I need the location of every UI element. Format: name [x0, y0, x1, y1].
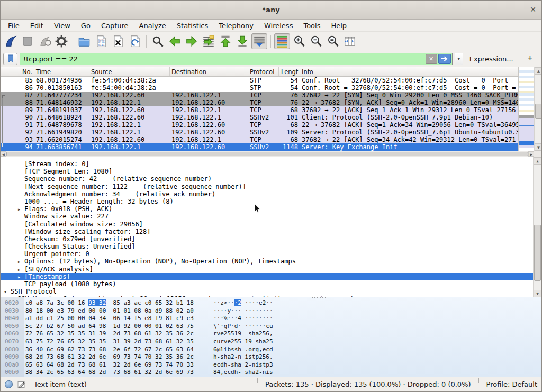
expand-arrow-icon[interactable]: ▸	[17, 258, 24, 265]
detail-item[interactable]: TCP payload (1080 bytes)	[1, 280, 534, 288]
capture-options-button[interactable]	[53, 33, 69, 49]
go-forward-button[interactable]	[184, 33, 200, 49]
find-packet-button[interactable]	[150, 33, 166, 49]
detail-item[interactable]: Checksum: 0x79ed [unverified]	[1, 235, 534, 243]
scroll-track[interactable]	[534, 165, 541, 290]
menu-tools[interactable]: Tools	[298, 21, 326, 31]
detail-item[interactable]: ▸[SEQ/ACK analysis]	[1, 266, 534, 273]
colorize-button[interactable]	[274, 33, 290, 49]
go-last-button[interactable]	[234, 33, 250, 49]
menu-telephony[interactable]: Telephony	[213, 21, 259, 31]
detail-item[interactable]: ▸Options: (12 bytes), No-Operation (NOP)…	[1, 258, 534, 265]
expression-button[interactable]: Expression...	[465, 55, 518, 63]
detail-item[interactable]: [Checksum Status: Unverified]	[1, 243, 534, 250]
menu-capture[interactable]: Capture	[96, 21, 134, 31]
splitter-handle[interactable]	[312, 297, 326, 298]
menu-go[interactable]: Go	[76, 21, 96, 31]
hscroll-thumb[interactable]	[6, 152, 528, 156]
go-first-button[interactable]	[218, 33, 233, 49]
scroll-up-icon[interactable]: ▲	[535, 67, 542, 75]
packet-row-94[interactable]: 9471.663856741192.168.122.1192.168.122.6…	[1, 143, 518, 151]
hex-row-0090[interactable]: 009068 2d 73 68 61 32 2d 6e 69 73 74 70 …	[1, 353, 541, 361]
go-back-button[interactable]	[167, 33, 183, 49]
packet-row-92[interactable]: 9271.661949820192.168.122.1192.168.122.6…	[1, 129, 518, 136]
scroll-right-icon[interactable]: ▶	[528, 151, 534, 157]
menu-statistics[interactable]: Statistics	[171, 21, 213, 31]
expand-arrow-icon[interactable]: ▸	[17, 274, 24, 280]
close-file-button[interactable]	[110, 33, 126, 49]
scroll-thumb[interactable]	[535, 104, 542, 120]
expand-arrow-icon[interactable]: ▸	[17, 206, 24, 213]
packet-row-90[interactable]: 9071.648618924192.168.122.60192.168.122.…	[1, 114, 518, 121]
expand-arrow-icon[interactable]: ▸	[17, 266, 24, 273]
menu-analyze[interactable]: Analyze	[134, 21, 171, 31]
menu-edit[interactable]: Edit	[25, 21, 49, 31]
detail-item[interactable]: [TCP Segment Len: 1080]	[1, 168, 534, 175]
packet-row-87[interactable]: 8771.647777234192.168.122.60192.168.122.…	[1, 92, 518, 99]
filter-clear-button[interactable]: ✕	[426, 54, 437, 64]
hex-row-0060[interactable]: 006072 76 65 32 35 35 31 39 2d 73 68 61 …	[1, 330, 541, 338]
reload-file-button[interactable]	[127, 33, 143, 49]
hex-row-0030[interactable]: 003080 18 00 e3 79 ed 00 00 01 01 08 0a …	[1, 307, 541, 315]
detail-item[interactable]: [Stream index: 0]	[1, 160, 534, 168]
zoom-original-button[interactable]	[325, 33, 341, 49]
scroll-thumb[interactable]	[534, 225, 541, 281]
scroll-left-icon[interactable]: ◀	[1, 151, 6, 157]
menu-wireless[interactable]: Wireless	[259, 21, 298, 31]
collapse-arrow-icon[interactable]: ▾	[4, 288, 11, 295]
detail-item[interactable]: Window size value: 227	[1, 213, 534, 220]
auto-scroll-button[interactable]	[251, 33, 267, 49]
hex-row-0070[interactable]: 007063 75 72 76 65 32 35 35 31 39 2d 73 …	[1, 338, 541, 346]
packet-list-minimap[interactable]	[518, 67, 534, 151]
menu-view[interactable]: View	[49, 21, 76, 31]
stop-capture-button[interactable]	[20, 33, 35, 49]
packet-row-88[interactable]: 8871.648146932192.168.122.1192.168.122.6…	[1, 99, 518, 106]
status-profile[interactable]: Profile: Default	[478, 378, 537, 390]
detail-item[interactable]: 1000 .... = Header Length: 32 bytes (8)	[1, 198, 534, 205]
expert-info-icon[interactable]	[5, 380, 13, 388]
detail-item[interactable]: Acknowledgment number: 34 (relative ack …	[1, 190, 534, 198]
column-header-info[interactable]: Info	[299, 67, 518, 76]
hex-row-00b0[interactable]: 00b038 34 2c 65 63 64 68 2d 73 68 61 32 …	[1, 369, 541, 377]
hex-row-0040[interactable]: 0040a1 dd c1 25 00 00 04 34 06 14 f5 e8 …	[1, 315, 541, 323]
open-file-button[interactable]	[76, 33, 92, 49]
capture-comment-icon[interactable]	[17, 380, 25, 389]
packet-list-scrollbar[interactable]: ▲ ▼	[534, 67, 542, 151]
detail-item[interactable]: [Next sequence number: 1122 (relative se…	[1, 183, 534, 190]
filter-history-dropdown[interactable]: ▾	[455, 53, 463, 65]
details-scrollbar[interactable]: ▲ ▼	[533, 157, 541, 297]
packet-row-86[interactable]: 8670.013850163fe:54:00:d4:38:2aSTP54Conf…	[1, 84, 518, 92]
detail-item[interactable]: ▸[Timestamps]	[1, 273, 534, 280]
scroll-up-icon[interactable]: ▲	[534, 157, 541, 165]
filter-apply-button[interactable]	[438, 54, 451, 64]
detail-item[interactable]: [Calculated window size: 29056]	[1, 221, 534, 228]
packet-row-91[interactable]: 9171.648789678192.168.122.1192.168.122.6…	[1, 121, 518, 129]
menu-help[interactable]: Help	[326, 21, 352, 31]
display-filter-input[interactable]	[20, 55, 426, 63]
column-header-no[interactable]: No.	[1, 67, 34, 76]
start-capture-button[interactable]	[3, 33, 19, 49]
detail-item[interactable]: Sequence number: 42 (relative sequence n…	[1, 175, 534, 183]
restart-capture-button[interactable]	[37, 33, 52, 49]
scroll-down-icon[interactable]: ▼	[535, 143, 542, 151]
detail-item[interactable]: ▾SSH Protocol	[1, 288, 534, 295]
scroll-track[interactable]	[535, 75, 542, 143]
scroll-down-icon[interactable]: ▼	[534, 290, 541, 297]
column-header-protocol[interactable]: Protocol	[248, 67, 279, 76]
column-header-time[interactable]: Time	[34, 67, 89, 76]
save-file-button[interactable]: 010101100111	[93, 33, 109, 49]
filter-bookmarks-button[interactable]	[3, 53, 17, 65]
hex-row-0080[interactable]: 008036 40 6c 69 62 73 73 68 2e 6f 72 67 …	[1, 346, 541, 354]
hex-row-0020[interactable]: 0020c0 a8 7a 3c 00 16 93 32 85 a3 ac c0 …	[1, 299, 541, 307]
zoom-out-button[interactable]	[308, 33, 324, 49]
column-header-source[interactable]: Source	[89, 67, 170, 76]
close-button[interactable]: ✕	[530, 5, 536, 14]
add-filter-button[interactable]: +	[522, 53, 539, 64]
detail-item[interactable]: Urgent pointer: 0	[1, 250, 534, 258]
column-header-destination[interactable]: Destination	[170, 67, 248, 76]
packet-list-hscrollbar[interactable]: ◀ ▶	[1, 151, 534, 157]
hex-row-0050[interactable]: 00505c 27 b2 67 50 ad 64 98 1d 92 00 00 …	[1, 323, 541, 331]
packet-row-89[interactable]: 8971.648191037192.168.122.60192.168.122.…	[1, 106, 518, 114]
detail-item[interactable]: [Window size scaling factor: 128]	[1, 228, 534, 235]
zoom-in-button[interactable]	[291, 33, 307, 49]
